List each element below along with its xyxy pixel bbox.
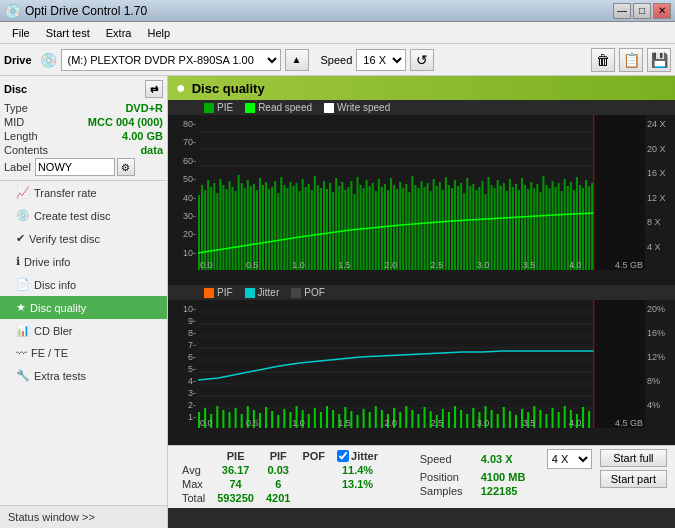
maximize-button[interactable]: □ — [633, 3, 651, 19]
svg-rect-9 — [198, 195, 200, 270]
svg-rect-97 — [466, 178, 468, 270]
svg-rect-121 — [539, 192, 541, 270]
chart1-svg: /* bars rendered via CSS */ — [198, 115, 645, 270]
transfer-rate-icon: 📈 — [16, 186, 30, 199]
status-window-button[interactable]: Status window >> — [0, 505, 167, 528]
svg-rect-44 — [305, 187, 307, 270]
svg-rect-39 — [289, 182, 291, 270]
stats-max-row: Max 74 6 13.1% — [176, 477, 384, 491]
position-label: Position — [420, 471, 475, 483]
disc-quality-header: ● Disc quality — [168, 76, 675, 100]
total-pof — [296, 491, 331, 505]
svg-rect-56 — [341, 182, 343, 270]
fe-te-icon: 〰 — [16, 347, 27, 359]
svg-rect-26 — [250, 186, 252, 270]
svg-rect-107 — [497, 180, 499, 270]
menu-extra[interactable]: Extra — [98, 25, 140, 41]
jitter-legend-color — [245, 288, 255, 298]
svg-rect-29 — [259, 178, 261, 270]
menubar: File Start test Extra Help — [0, 22, 675, 44]
svg-rect-124 — [548, 188, 550, 270]
svg-rect-94 — [457, 186, 459, 270]
svg-rect-73 — [393, 185, 395, 270]
app-icon: 💿 — [4, 3, 21, 19]
col-pif: PIF — [260, 449, 296, 463]
svg-rect-27 — [253, 184, 255, 270]
svg-rect-114 — [518, 190, 520, 270]
erase-button[interactable]: 🗑 — [591, 48, 615, 72]
pie-legend-color — [204, 103, 214, 113]
legend-read-speed: Read speed — [245, 102, 312, 113]
svg-rect-86 — [433, 179, 435, 270]
svg-rect-120 — [536, 184, 538, 270]
menu-start-test[interactable]: Start test — [38, 25, 98, 41]
sidebar-item-verify-test-disc[interactable]: ✔ Verify test disc — [0, 227, 167, 250]
stats-total-row: Total 593250 4201 — [176, 491, 384, 505]
contents-label: Contents — [4, 144, 48, 156]
sidebar-item-disc-quality[interactable]: ★ Disc quality — [0, 296, 167, 319]
total-jitter — [331, 491, 384, 505]
svg-rect-104 — [488, 177, 490, 270]
svg-rect-50 — [323, 181, 325, 270]
samples-value: 122185 — [481, 485, 541, 497]
sidebar-item-transfer-rate[interactable]: 📈 Transfer rate — [0, 181, 167, 204]
max-pof — [296, 477, 331, 491]
svg-rect-51 — [326, 189, 328, 270]
pif-legend-color — [204, 288, 214, 298]
svg-rect-92 — [451, 188, 453, 270]
svg-rect-58 — [347, 187, 349, 270]
svg-rect-21 — [235, 191, 237, 270]
jitter-checkbox[interactable] — [337, 450, 349, 462]
label-settings-button[interactable]: ⚙ — [117, 158, 135, 176]
sidebar-item-create-test-disc[interactable]: 💿 Create test disc — [0, 204, 167, 227]
svg-rect-35 — [277, 193, 279, 270]
start-part-button[interactable]: Start part — [600, 470, 667, 488]
col-jitter-check[interactable]: Jitter — [331, 449, 384, 463]
copy-button[interactable]: 📋 — [619, 48, 643, 72]
svg-rect-52 — [329, 183, 331, 270]
sidebar-item-fe-te[interactable]: 〰 FE / TE — [0, 342, 167, 364]
label-input[interactable] — [35, 158, 115, 176]
svg-rect-11 — [204, 190, 206, 270]
drive-label: Drive — [4, 54, 32, 66]
speed-select-stat[interactable]: 4 X — [547, 449, 592, 469]
start-full-button[interactable]: Start full — [600, 449, 667, 467]
svg-rect-48 — [317, 185, 319, 270]
svg-rect-108 — [500, 186, 502, 270]
eject-button[interactable]: ▲ — [285, 49, 309, 71]
chart1-wrapper: PIE Read speed Write speed 80- 70- 60- — [168, 100, 675, 285]
speed-select[interactable]: 16 X — [356, 49, 406, 71]
length-label: Length — [4, 130, 38, 142]
svg-rect-72 — [390, 178, 392, 270]
svg-rect-89 — [442, 190, 444, 270]
svg-rect-68 — [378, 179, 380, 270]
svg-rect-99 — [472, 184, 474, 270]
svg-rect-96 — [463, 193, 465, 270]
refresh-button[interactable]: ↺ — [410, 49, 434, 71]
svg-rect-37 — [283, 185, 285, 270]
svg-rect-85 — [430, 191, 432, 270]
menu-file[interactable]: File — [4, 25, 38, 41]
close-button[interactable]: ✕ — [653, 3, 671, 19]
sidebar-item-cd-bler[interactable]: 📊 CD Bler — [0, 319, 167, 342]
svg-rect-25 — [247, 180, 249, 270]
sidebar-item-extra-tests[interactable]: 🔧 Extra tests — [0, 364, 167, 387]
svg-rect-64 — [366, 180, 368, 270]
drive-select[interactable]: (M:) PLEXTOR DVDR PX-890SA 1.00 — [61, 49, 281, 71]
avg-pof — [296, 463, 331, 477]
max-pif: 6 — [260, 477, 296, 491]
menu-help[interactable]: Help — [139, 25, 178, 41]
svg-rect-83 — [424, 187, 426, 270]
type-label: Type — [4, 102, 28, 114]
legend-pie: PIE — [204, 102, 233, 113]
save-button[interactable]: 💾 — [647, 48, 671, 72]
sidebar-item-disc-info[interactable]: 📄 Disc info — [0, 273, 167, 296]
svg-rect-12 — [207, 180, 209, 270]
minimize-button[interactable]: — — [613, 3, 631, 19]
svg-rect-216 — [594, 300, 645, 428]
mid-value: MCC 004 (000) — [88, 116, 163, 128]
right-stats: Speed 4.03 X 4 X Position 4100 MB Sample… — [420, 449, 592, 497]
sidebar-item-drive-info[interactable]: ℹ Drive info — [0, 250, 167, 273]
svg-rect-105 — [491, 185, 493, 270]
disc-swap-button[interactable]: ⇄ — [145, 80, 163, 98]
